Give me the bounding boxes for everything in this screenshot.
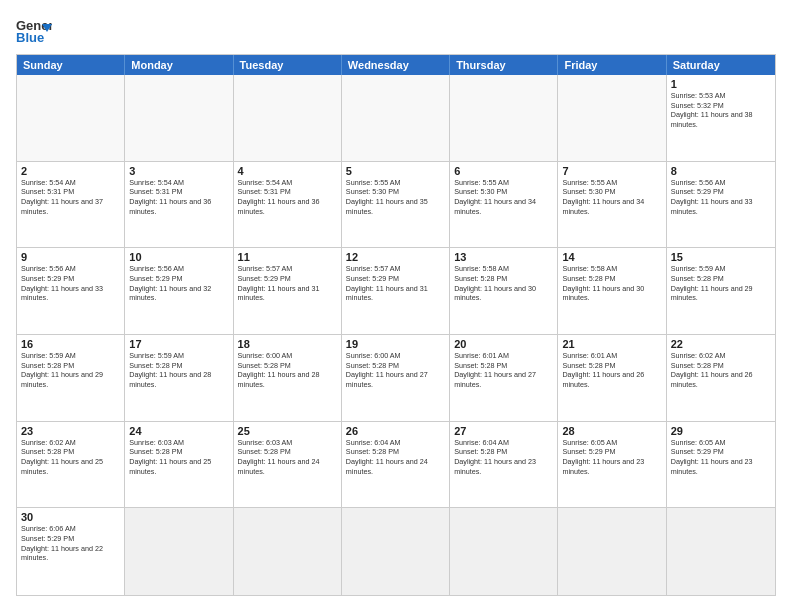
cell-info: Sunrise: 5:58 AMSunset: 5:28 PMDaylight:… — [562, 264, 661, 303]
day-number: 28 — [562, 425, 661, 437]
day-number: 21 — [562, 338, 661, 350]
calendar-cell-6: 6Sunrise: 5:55 AMSunset: 5:30 PMDaylight… — [450, 162, 558, 248]
day-number: 2 — [21, 165, 120, 177]
day-number: 3 — [129, 165, 228, 177]
calendar-cell-empty — [558, 508, 666, 595]
calendar-cell-21: 21Sunrise: 6:01 AMSunset: 5:28 PMDayligh… — [558, 335, 666, 421]
cell-info: Sunrise: 6:04 AMSunset: 5:28 PMDaylight:… — [346, 438, 445, 477]
calendar-cell-1: 1Sunrise: 5:53 AMSunset: 5:32 PMDaylight… — [667, 75, 775, 161]
cell-info: Sunrise: 6:05 AMSunset: 5:29 PMDaylight:… — [562, 438, 661, 477]
cell-info: Sunrise: 6:01 AMSunset: 5:28 PMDaylight:… — [454, 351, 553, 390]
logo: General Blue — [16, 16, 52, 46]
calendar-cell-empty — [234, 75, 342, 161]
calendar: SundayMondayTuesdayWednesdayThursdayFrid… — [16, 54, 776, 596]
calendar-cell-19: 19Sunrise: 6:00 AMSunset: 5:28 PMDayligh… — [342, 335, 450, 421]
cell-info: Sunrise: 5:57 AMSunset: 5:29 PMDaylight:… — [346, 264, 445, 303]
calendar-cell-empty — [234, 508, 342, 595]
calendar-cell-14: 14Sunrise: 5:58 AMSunset: 5:28 PMDayligh… — [558, 248, 666, 334]
day-number: 22 — [671, 338, 771, 350]
calendar-cell-3: 3Sunrise: 5:54 AMSunset: 5:31 PMDaylight… — [125, 162, 233, 248]
day-header-wednesday: Wednesday — [342, 55, 450, 75]
cell-info: Sunrise: 5:54 AMSunset: 5:31 PMDaylight:… — [21, 178, 120, 217]
day-number: 20 — [454, 338, 553, 350]
calendar-cell-empty — [17, 75, 125, 161]
calendar-cell-empty — [125, 508, 233, 595]
cell-info: Sunrise: 6:03 AMSunset: 5:28 PMDaylight:… — [129, 438, 228, 477]
day-number: 27 — [454, 425, 553, 437]
calendar-cell-empty — [667, 508, 775, 595]
cell-info: Sunrise: 5:59 AMSunset: 5:28 PMDaylight:… — [671, 264, 771, 303]
calendar-cell-empty — [450, 75, 558, 161]
day-number: 6 — [454, 165, 553, 177]
day-number: 10 — [129, 251, 228, 263]
calendar-cell-empty — [450, 508, 558, 595]
calendar-cell-15: 15Sunrise: 5:59 AMSunset: 5:28 PMDayligh… — [667, 248, 775, 334]
day-number: 29 — [671, 425, 771, 437]
cell-info: Sunrise: 5:55 AMSunset: 5:30 PMDaylight:… — [562, 178, 661, 217]
calendar-cell-7: 7Sunrise: 5:55 AMSunset: 5:30 PMDaylight… — [558, 162, 666, 248]
day-headers: SundayMondayTuesdayWednesdayThursdayFrid… — [17, 55, 775, 75]
cell-info: Sunrise: 6:02 AMSunset: 5:28 PMDaylight:… — [21, 438, 120, 477]
calendar-week-0: 1Sunrise: 5:53 AMSunset: 5:32 PMDaylight… — [17, 75, 775, 162]
calendar-cell-23: 23Sunrise: 6:02 AMSunset: 5:28 PMDayligh… — [17, 422, 125, 508]
day-header-monday: Monday — [125, 55, 233, 75]
day-number: 13 — [454, 251, 553, 263]
header: General Blue — [16, 16, 776, 46]
calendar-cell-22: 22Sunrise: 6:02 AMSunset: 5:28 PMDayligh… — [667, 335, 775, 421]
day-number: 4 — [238, 165, 337, 177]
calendar-cell-24: 24Sunrise: 6:03 AMSunset: 5:28 PMDayligh… — [125, 422, 233, 508]
calendar-cell-4: 4Sunrise: 5:54 AMSunset: 5:31 PMDaylight… — [234, 162, 342, 248]
day-number: 11 — [238, 251, 337, 263]
calendar-cell-12: 12Sunrise: 5:57 AMSunset: 5:29 PMDayligh… — [342, 248, 450, 334]
day-number: 14 — [562, 251, 661, 263]
day-number: 16 — [21, 338, 120, 350]
svg-text:Blue: Blue — [16, 30, 44, 45]
cell-info: Sunrise: 5:54 AMSunset: 5:31 PMDaylight:… — [129, 178, 228, 217]
cell-info: Sunrise: 5:56 AMSunset: 5:29 PMDaylight:… — [129, 264, 228, 303]
calendar-week-3: 16Sunrise: 5:59 AMSunset: 5:28 PMDayligh… — [17, 335, 775, 422]
calendar-cell-29: 29Sunrise: 6:05 AMSunset: 5:29 PMDayligh… — [667, 422, 775, 508]
day-number: 26 — [346, 425, 445, 437]
calendar-cell-9: 9Sunrise: 5:56 AMSunset: 5:29 PMDaylight… — [17, 248, 125, 334]
calendar-week-1: 2Sunrise: 5:54 AMSunset: 5:31 PMDaylight… — [17, 162, 775, 249]
calendar-cell-8: 8Sunrise: 5:56 AMSunset: 5:29 PMDaylight… — [667, 162, 775, 248]
day-number: 24 — [129, 425, 228, 437]
calendar-page: General Blue SundayMondayTuesdayWednesda… — [0, 0, 792, 612]
calendar-cell-10: 10Sunrise: 5:56 AMSunset: 5:29 PMDayligh… — [125, 248, 233, 334]
calendar-week-2: 9Sunrise: 5:56 AMSunset: 5:29 PMDaylight… — [17, 248, 775, 335]
day-number: 12 — [346, 251, 445, 263]
cell-info: Sunrise: 5:56 AMSunset: 5:29 PMDaylight:… — [21, 264, 120, 303]
calendar-cell-empty — [558, 75, 666, 161]
calendar-cell-28: 28Sunrise: 6:05 AMSunset: 5:29 PMDayligh… — [558, 422, 666, 508]
cell-info: Sunrise: 5:59 AMSunset: 5:28 PMDaylight:… — [129, 351, 228, 390]
cell-info: Sunrise: 5:58 AMSunset: 5:28 PMDaylight:… — [454, 264, 553, 303]
calendar-cell-25: 25Sunrise: 6:03 AMSunset: 5:28 PMDayligh… — [234, 422, 342, 508]
cell-info: Sunrise: 6:06 AMSunset: 5:29 PMDaylight:… — [21, 524, 120, 563]
calendar-week-4: 23Sunrise: 6:02 AMSunset: 5:28 PMDayligh… — [17, 422, 775, 509]
day-number: 25 — [238, 425, 337, 437]
day-number: 7 — [562, 165, 661, 177]
day-header-tuesday: Tuesday — [234, 55, 342, 75]
calendar-cell-11: 11Sunrise: 5:57 AMSunset: 5:29 PMDayligh… — [234, 248, 342, 334]
day-number: 23 — [21, 425, 120, 437]
calendar-cell-13: 13Sunrise: 5:58 AMSunset: 5:28 PMDayligh… — [450, 248, 558, 334]
calendar-cell-5: 5Sunrise: 5:55 AMSunset: 5:30 PMDaylight… — [342, 162, 450, 248]
cell-info: Sunrise: 5:53 AMSunset: 5:32 PMDaylight:… — [671, 91, 771, 130]
day-number: 8 — [671, 165, 771, 177]
day-header-sunday: Sunday — [17, 55, 125, 75]
cell-info: Sunrise: 6:05 AMSunset: 5:29 PMDaylight:… — [671, 438, 771, 477]
day-number: 17 — [129, 338, 228, 350]
day-header-thursday: Thursday — [450, 55, 558, 75]
calendar-cell-empty — [125, 75, 233, 161]
day-number: 9 — [21, 251, 120, 263]
calendar-cell-30: 30Sunrise: 6:06 AMSunset: 5:29 PMDayligh… — [17, 508, 125, 595]
calendar-cell-empty — [342, 508, 450, 595]
cell-info: Sunrise: 5:54 AMSunset: 5:31 PMDaylight:… — [238, 178, 337, 217]
day-number: 15 — [671, 251, 771, 263]
calendar-cell-17: 17Sunrise: 5:59 AMSunset: 5:28 PMDayligh… — [125, 335, 233, 421]
calendar-cell-2: 2Sunrise: 5:54 AMSunset: 5:31 PMDaylight… — [17, 162, 125, 248]
cell-info: Sunrise: 6:02 AMSunset: 5:28 PMDaylight:… — [671, 351, 771, 390]
cell-info: Sunrise: 5:55 AMSunset: 5:30 PMDaylight:… — [346, 178, 445, 217]
day-number: 1 — [671, 78, 771, 90]
cell-info: Sunrise: 6:01 AMSunset: 5:28 PMDaylight:… — [562, 351, 661, 390]
